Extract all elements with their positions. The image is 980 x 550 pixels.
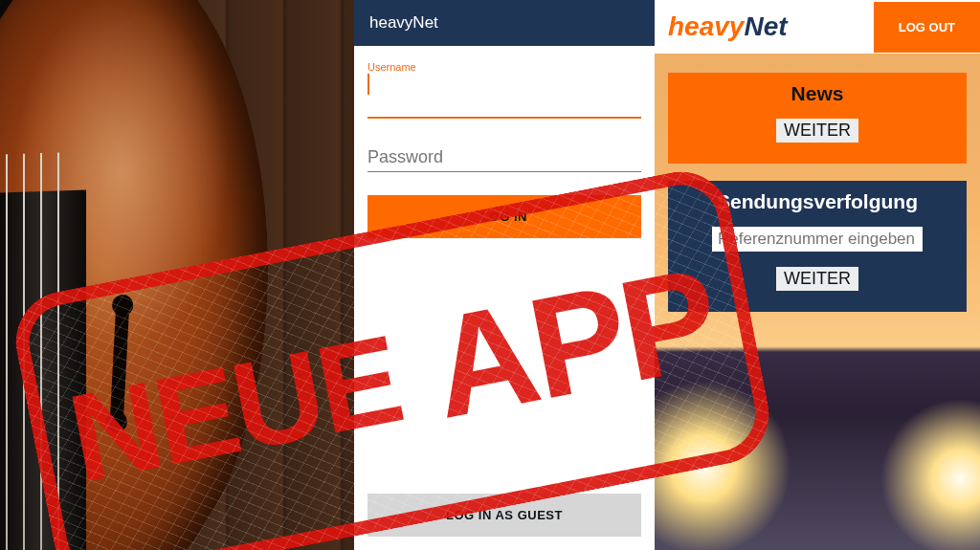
news-continue-button[interactable]: WEITER (776, 119, 858, 143)
login-form: Username LOG IN (354, 46, 655, 494)
tracking-title: Sendungsverfolgung (681, 190, 953, 213)
tracking-continue-button[interactable]: WEITER (776, 267, 858, 291)
violin-string (6, 154, 8, 550)
violin-string (40, 153, 42, 550)
violin-string (57, 152, 59, 550)
violin-fingerboard (0, 189, 86, 550)
brand-logo-part1: heavy (668, 11, 744, 41)
username-label: Username (368, 61, 641, 73)
dashboard-body: News WEITER Sendungsverfolgung WEITER (655, 54, 980, 312)
dashboard-header: heavyNet LOG OUT (655, 0, 980, 54)
app-title: heavyNet (369, 13, 438, 32)
tracking-card: Sendungsverfolgung WEITER (668, 181, 967, 312)
brand-logo-part2: Net (744, 11, 787, 41)
username-input[interactable] (368, 91, 641, 119)
news-title: News (681, 82, 953, 105)
tracking-reference-input[interactable] (712, 227, 923, 252)
dashboard-screen: heavyNet LOG OUT News WEITER Sendungsver… (655, 0, 980, 550)
login-screen: heavyNet Username LOG IN LOG IN AS GUEST (354, 0, 655, 550)
violin-string (23, 154, 25, 550)
password-input[interactable] (368, 143, 641, 172)
logout-button[interactable]: LOG OUT (874, 2, 980, 53)
login-button[interactable]: LOG IN (368, 195, 641, 238)
news-card: News WEITER (668, 73, 967, 164)
promo-background (0, 0, 354, 550)
app-title-bar: heavyNet (354, 0, 655, 46)
guest-login-button[interactable]: LOG IN AS GUEST (368, 494, 641, 537)
brand-logo: heavyNet (668, 11, 788, 42)
